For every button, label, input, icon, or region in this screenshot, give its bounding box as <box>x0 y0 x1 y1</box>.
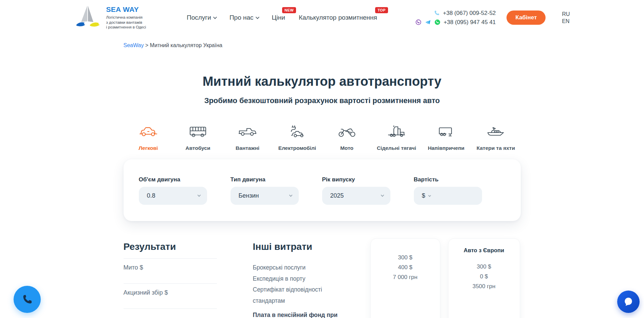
trailer-icon <box>436 125 456 140</box>
language-switcher: RU EN <box>562 11 570 24</box>
chevron-down-icon <box>428 194 431 197</box>
cost-value: 7 000 грн <box>371 272 440 282</box>
logo-boat-icon <box>74 4 102 32</box>
result-row-duty: Мито $ <box>124 258 217 283</box>
calculator-form-card: Об'єм двигуна 0.8 Тип двигуна Бензин Рік… <box>124 159 521 221</box>
cost-item-broker: Брокерські послуги <box>253 262 355 273</box>
cabinet-button[interactable]: Кабінет <box>507 11 546 25</box>
nav-item-prices[interactable]: Ціни NEW <box>272 14 285 21</box>
nav-item-services[interactable]: Послуги <box>187 14 216 21</box>
chevron-down-icon <box>289 194 292 197</box>
engine-type-select[interactable]: Бензин <box>231 187 299 205</box>
year-select[interactable]: 2025 <box>322 187 390 205</box>
top-badge: TOP <box>375 7 388 13</box>
cost-card-title: Авто з Європи <box>448 247 520 254</box>
header: SEA WAY Логістична компанія з доставки в… <box>0 0 644 35</box>
engine-volume-select[interactable]: 0.8 <box>139 187 207 205</box>
viber-icon[interactable] <box>415 19 422 25</box>
engine-volume-label: Об'єм двигуна <box>139 176 207 183</box>
phone-number-1[interactable]: +38 (067) 009-52-52 <box>443 10 496 17</box>
cost-card-general: 300 $ 400 $ 7 000 грн <box>370 238 440 318</box>
truck-icon <box>238 125 257 140</box>
hero: Митний калькулятор автотранспорту Зробим… <box>124 74 521 105</box>
whatsapp-icon[interactable] <box>434 19 441 25</box>
tab-buses[interactable]: Автобуси <box>173 125 223 151</box>
logo-title: SEA WAY <box>106 5 146 14</box>
price-input[interactable] <box>434 187 477 205</box>
logo-subtitle: Логістична компанія з доставки вантажів … <box>106 15 146 30</box>
cost-value: 300 $ <box>448 262 520 272</box>
breadcrumb-current: Митний калькулятор Україна <box>150 42 222 48</box>
floating-chat-button[interactable] <box>617 291 640 313</box>
year-field: Рік випуску 2025 <box>322 176 390 221</box>
motorcycle-icon <box>337 125 357 140</box>
results-title: Результати <box>124 241 217 252</box>
other-costs-section: Інші витрати Брокерські послуги Експедиц… <box>253 241 355 318</box>
main-nav: Послуги Про нас Ціни NEW Калькулятор роз… <box>187 14 377 21</box>
cost-value: 3500 грн <box>448 281 520 291</box>
chevron-down-icon <box>213 15 217 19</box>
header-contacts: +38 (067) 009-52-52 +38 (095) 947 45 41 <box>415 10 496 26</box>
chevron-down-icon <box>197 194 201 197</box>
cost-value: 300 $ <box>371 253 440 262</box>
semi-truck-icon <box>387 125 406 140</box>
chevron-down-icon <box>255 15 259 19</box>
tab-electric-cars[interactable]: Електромобілі <box>272 125 322 151</box>
tab-semi-trailers[interactable]: Напівпричепи <box>421 125 471 151</box>
lang-ru[interactable]: RU <box>562 11 570 17</box>
new-badge: NEW <box>282 7 296 13</box>
bus-icon <box>188 125 208 140</box>
phone-number-2[interactable]: +38 (095) 947 45 41 <box>444 19 496 26</box>
phone-icon <box>21 294 33 305</box>
breadcrumb: SeaWay > Митний калькулятор Україна <box>124 42 521 48</box>
telegram-icon[interactable] <box>425 19 431 25</box>
tab-motorcycles[interactable]: Мото <box>322 125 372 151</box>
logo[interactable]: SEA WAY Логістична компанія з доставки в… <box>74 4 146 32</box>
cost-card-europe: Авто з Європи 300 $ 0 $ 3500 грн <box>448 238 520 318</box>
nav-item-customs-calculator[interactable]: Калькулятор розмитнення TOP <box>299 14 377 21</box>
tab-semi-trucks[interactable]: Сідельні тягачі <box>372 125 421 151</box>
result-row-divider <box>124 309 217 309</box>
cost-item-certificate: Сертифікат відповідності стандартам <box>253 284 355 306</box>
page-title: Митний калькулятор автотранспорту <box>124 74 521 89</box>
lang-en[interactable]: EN <box>562 18 570 24</box>
cost-item-pension-fund: Плата в пенсійний фонд при реєстрації МР… <box>253 310 355 318</box>
result-row-excise: Акцизний збір $ <box>124 283 217 309</box>
nav-item-about[interactable]: Про нас <box>229 14 258 21</box>
chevron-down-icon <box>381 194 384 197</box>
phone-row-2: +38 (095) 947 45 41 <box>415 19 496 26</box>
other-costs-title: Інші витрати <box>253 241 355 252</box>
currency-select[interactable]: $ <box>422 192 430 199</box>
cost-item-port: Експедиція в порту <box>253 273 355 284</box>
engine-type-field: Тип двигуна Бензин <box>231 176 299 221</box>
engine-volume-field: Об'єм двигуна 0.8 <box>139 176 207 221</box>
tab-trucks[interactable]: Вантажні <box>223 125 272 151</box>
tab-cars[interactable]: Легкові <box>124 125 173 151</box>
engine-type-label: Тип двигуна <box>231 176 299 183</box>
results-section: Результати Мито $ Акцизний збір $ <box>124 241 217 309</box>
cost-value: 0 $ <box>448 272 520 281</box>
tab-boats-yachts[interactable]: Катери та яхти <box>471 125 520 151</box>
price-label: Вартість <box>414 176 482 183</box>
phone-row-1: +38 (067) 009-52-52 <box>415 10 496 17</box>
chat-bubble-icon <box>623 296 634 307</box>
cost-value: 400 $ <box>371 262 440 272</box>
price-field: Вартість $ <box>414 176 482 221</box>
car-icon <box>139 125 158 140</box>
page-subtitle: Зробимо безкоштовний розрахунок вартості… <box>124 96 521 105</box>
yacht-icon <box>486 125 505 140</box>
floating-call-button[interactable] <box>14 286 41 313</box>
vehicle-type-tabs: Легкові Автобуси Вантажні Електромобілі … <box>124 125 521 151</box>
breadcrumb-home-link[interactable]: SeaWay <box>124 42 144 48</box>
phone-icon <box>434 10 440 16</box>
electric-car-icon <box>287 125 307 140</box>
year-label: Рік випуску <box>322 176 390 183</box>
